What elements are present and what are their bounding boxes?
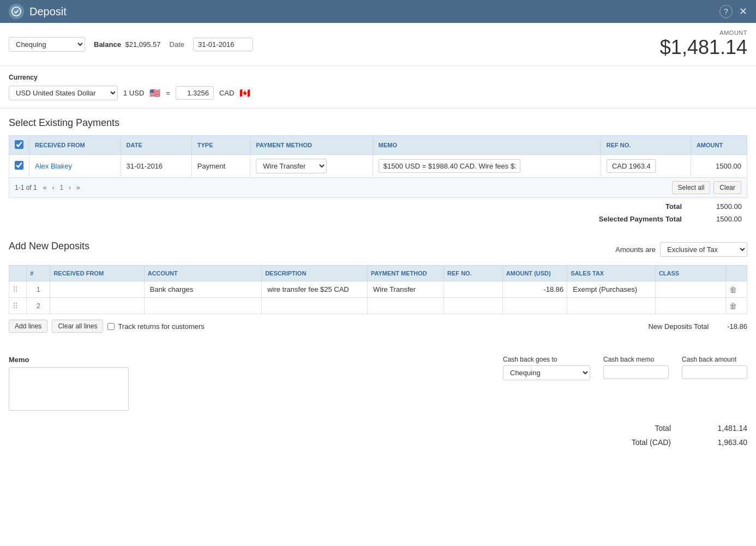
pagination-info: 1-1 of 1 [15, 184, 37, 191]
select-all-checkbox[interactable] [15, 140, 23, 149]
nd-desc-input-1[interactable]: wire transfer fee $25 CAD [265, 284, 364, 295]
page-prev-icon[interactable]: ‹ [50, 183, 56, 192]
nd-refno-2 [444, 298, 503, 314]
cashback-goes-to-select[interactable]: Chequing [503, 365, 590, 380]
date-cell: 31-01-2016 [121, 155, 191, 178]
help-icon[interactable]: ? [719, 5, 733, 18]
nd-received-input-1[interactable] [53, 284, 140, 295]
new-deposits-total-container: New Deposits Total -18.86 [648, 322, 747, 331]
exchange-rate-input[interactable]: 1.3256 [176, 86, 214, 100]
nd-tax-input-1[interactable]: Exempt (Purchases) [571, 284, 652, 295]
nd-refno-input-2[interactable] [447, 301, 499, 311]
cashback-amount-input[interactable] [682, 365, 747, 379]
selected-total-row: Selected Payments Total 1500.00 [14, 213, 742, 225]
top-bar-left: Chequing Balance $21,095.57 Date 31-01-2… [9, 37, 253, 52]
th-num: # [27, 266, 50, 281]
new-deposits-total-label: New Deposits Total [648, 322, 709, 331]
cashback-memo-label: Cash back memo [603, 356, 669, 363]
amount-label: AMOUNT [660, 29, 747, 36]
th-nd-received: RECEIVED FROM [50, 266, 144, 281]
account-select[interactable]: Chequing [9, 37, 85, 52]
usd-flag: 🇺🇸 [149, 88, 160, 98]
track-returns-checkbox[interactable] [107, 323, 115, 330]
th-select-all [9, 136, 29, 155]
nd-pm-input-2[interactable] [371, 301, 440, 311]
add-lines-button[interactable]: Add lines [9, 320, 47, 333]
nd-refno-1 [444, 281, 503, 298]
th-type: TYPE [191, 136, 250, 155]
memo-input[interactable]: $1500 USD = $1988.40 CAD. Wire fees $25.… [379, 159, 520, 173]
received-from-cell: Alex Blakey [29, 155, 121, 178]
deposits-footer: Add lines Clear all lines Track returns … [9, 314, 747, 338]
nd-class-input-2[interactable] [659, 301, 722, 311]
cashback-memo-input[interactable] [603, 365, 669, 379]
header-left: Deposit [9, 4, 67, 19]
total-label: Total [655, 424, 671, 433]
existing-payments-title: Select Existing Payments [9, 117, 747, 129]
page-last-icon[interactable]: » [75, 183, 82, 192]
deposits-table-header: # RECEIVED FROM ACCOUNT DESCRIPTION PAYM… [9, 266, 747, 281]
deposit-row-1: ⠿ 1 Bank charges wire transfer fee $25 C… [9, 281, 747, 298]
nd-delete-2: 🗑 [726, 298, 747, 314]
th-nd-pm: PAYMENT METHOD [368, 266, 444, 281]
clear-all-lines-button[interactable]: Clear all lines [52, 320, 103, 333]
nd-account-1: Bank charges [144, 281, 261, 298]
select-all-button[interactable]: Select all [672, 181, 711, 194]
cashback-section: Cash back goes to Chequing Cash back mem… [503, 356, 747, 380]
th-nd-amount: AMOUNT (USD) [502, 266, 567, 281]
bottom-totals: Total 1,481.14 Total (CAD) 1,963.40 [0, 421, 756, 460]
header-right: ? ✕ [719, 5, 747, 18]
ref-no-cell: CAD 1963.4 [601, 155, 691, 178]
received-from-link[interactable]: Alex Blakey [35, 162, 72, 170]
nd-amount-1: -18.86 [502, 281, 567, 298]
page-next-icon[interactable]: › [67, 183, 73, 192]
ref-no-input[interactable]: CAD 1963.4 [607, 159, 656, 173]
total-value: 1,481.14 [704, 424, 747, 433]
nd-class-input-1[interactable] [659, 284, 722, 295]
page-first-icon[interactable]: « [41, 183, 49, 192]
total-cad-label: Total (CAD) [632, 438, 671, 447]
memo-textarea[interactable] [9, 367, 129, 411]
nd-desc-2 [262, 298, 368, 314]
rate-suffix: CAD [219, 89, 234, 97]
currency-row: USD United States Dollar CAD Canadian Do… [9, 86, 747, 100]
th-date: DATE [121, 136, 191, 155]
nd-received-input-2[interactable] [53, 301, 140, 311]
nd-refno-input-1[interactable] [447, 284, 499, 295]
payment-method-select[interactable]: Wire Transfer Cash Check [256, 159, 327, 173]
drag-handle-2: ⠿ [9, 298, 27, 314]
track-returns-label: Track returns for customers [118, 322, 204, 331]
th-received-from: RECEIVED FROM [29, 136, 121, 155]
nd-account-input-2[interactable] [148, 301, 258, 311]
currency-select[interactable]: USD United States Dollar CAD Canadian Do… [9, 86, 118, 100]
delete-row-2-icon[interactable]: 🗑 [729, 302, 737, 310]
existing-payments-section: Select Existing Payments RECEIVED FROM D… [0, 109, 756, 236]
clear-button[interactable]: Clear [713, 181, 741, 194]
delete-row-1-icon[interactable]: 🗑 [729, 285, 737, 294]
new-deposits-total-value: -18.86 [727, 322, 747, 331]
nd-pm-2 [368, 298, 444, 314]
th-account: ACCOUNT [144, 266, 261, 281]
nd-desc-1: wire transfer fee $25 CAD [262, 281, 368, 298]
nd-tax-input-2[interactable] [571, 301, 652, 311]
row-checkbox[interactable] [15, 161, 23, 170]
cashback-amount-field: Cash back amount [682, 356, 747, 379]
nd-received-1 [50, 281, 144, 298]
nd-received-2 [50, 298, 144, 314]
nd-tax-2 [567, 298, 656, 314]
cashback-goes-to-label: Cash back goes to [503, 356, 590, 363]
close-icon[interactable]: ✕ [739, 5, 747, 17]
payments-table-header: RECEIVED FROM DATE TYPE PAYMENT METHOD M… [9, 136, 747, 155]
total-label: Total [573, 202, 682, 211]
cashback-amount-label: Cash back amount [682, 356, 747, 363]
nd-account-input-1[interactable]: Bank charges [148, 284, 258, 295]
date-input[interactable]: 31-01-2016 [193, 38, 253, 51]
th-drag [9, 266, 27, 281]
nd-pm-input-1[interactable]: Wire Transfer [371, 284, 440, 295]
amounts-are-select[interactable]: Exclusive of Tax Inclusive of Tax Out of… [660, 242, 747, 257]
nd-desc-input-2[interactable] [265, 301, 364, 311]
select-clear-buttons: Select all Clear [672, 181, 741, 194]
row-num-1: 1 [27, 281, 50, 298]
app-logo [9, 4, 24, 19]
account-select-container: Chequing [9, 37, 85, 52]
